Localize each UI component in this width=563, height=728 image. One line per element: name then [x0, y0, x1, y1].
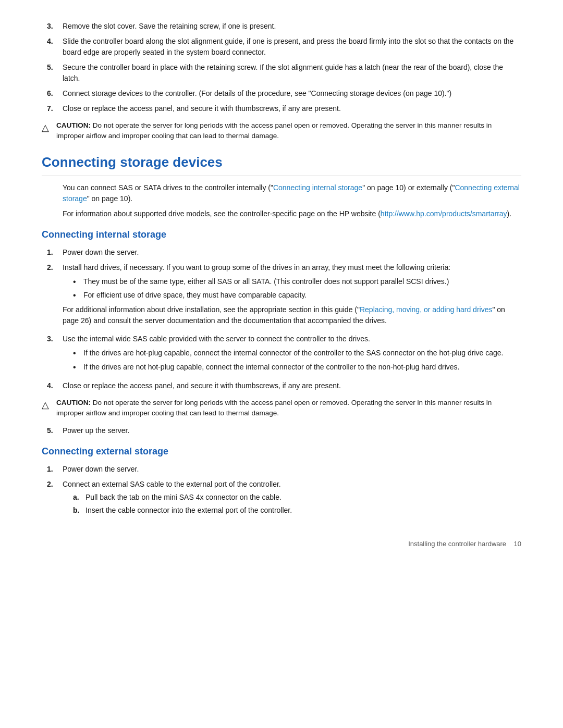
bullet-list-drives: If the drives are hot-plug capable, conn… — [73, 348, 521, 373]
step-number: 4. — [47, 36, 63, 58]
step-content: Install hard drives, if necessary. If yo… — [63, 262, 521, 330]
caution-text: CAUTION: Do not operate the server for l… — [56, 120, 521, 142]
top-numbered-list: 3. Remove the slot cover. Save the retai… — [42, 21, 521, 114]
footer-text: Installing the controller hardware — [408, 540, 506, 548]
step-content: Use the internal wide SAS cable provided… — [63, 334, 521, 376]
list-item: 1. Power down the server. — [42, 247, 521, 258]
list-item: 2. Install hard drives, if necessary. If… — [42, 262, 521, 330]
bullet-item: If the drives are not hot-plug capable, … — [73, 362, 521, 373]
bullet-list-criteria: They must be of the same type, either al… — [73, 276, 521, 302]
alpha-label: a. — [73, 492, 85, 503]
list-item: 7. Close or replace the access panel, an… — [42, 103, 521, 114]
intro-paragraph-1: You can connect SAS or SATA drives to th… — [63, 182, 521, 204]
sub-heading-external-storage: Connecting external storage — [42, 445, 521, 459]
caution-body: Do not operate the server for long perio… — [56, 399, 492, 417]
caution-box-internal: △ CAUTION: Do not operate the server for… — [42, 398, 521, 419]
step-text: Connect storage devices to the controlle… — [63, 88, 521, 99]
list-item: 6. Connect storage devices to the contro… — [42, 88, 521, 99]
bullet-item: They must be of the same type, either al… — [73, 276, 521, 288]
sub-step-text: Insert the cable connector into the exte… — [85, 505, 292, 516]
step-text: Power down the server. — [63, 464, 521, 475]
list-item: 1. Power down the server. — [42, 464, 521, 475]
step-text: Use the internal wide SAS cable provided… — [63, 335, 370, 343]
step-text: Remove the slot cover. Save the retainin… — [63, 21, 521, 32]
caution-box: △ CAUTION: Do not operate the server for… — [42, 120, 521, 142]
caution-icon: △ — [42, 121, 53, 135]
list-item: 3. Use the internal wide SAS cable provi… — [42, 334, 521, 376]
step-number: 6. — [47, 88, 63, 99]
step-number: 3. — [47, 334, 63, 376]
bullet-item: For efficient use of drive space, they m… — [73, 290, 521, 301]
step-text: Secure the controller board in place wit… — [63, 62, 521, 84]
link-replacing-drives[interactable]: Replacing, moving, or adding hard drives — [360, 305, 492, 314]
bullet-text: For efficient use of drive space, they m… — [83, 290, 307, 301]
intro2-after: ). — [507, 209, 512, 218]
step-number: 5. — [47, 425, 63, 436]
intro1-after: " on page 10). — [87, 194, 132, 203]
list-item: 4. Close or replace the access panel, an… — [42, 380, 521, 391]
bullet-text: They must be of the same type, either al… — [83, 276, 449, 288]
intro2-before: For information about supported drive mo… — [63, 209, 381, 218]
step-text: Power up the server. — [63, 425, 521, 436]
middle-before: For additional information about drive i… — [63, 305, 360, 314]
step-content: Connect an external SAS cable to the ext… — [63, 479, 521, 518]
sub-step-a: a. Pull back the tab on the mini SAS 4x … — [73, 492, 521, 503]
internal-step5-list: 5. Power up the server. — [42, 425, 521, 436]
list-item: 2. Connect an external SAS cable to the … — [42, 479, 521, 518]
step-number: 1. — [47, 247, 63, 258]
caution-text: CAUTION: Do not operate the server for l… — [56, 398, 521, 419]
caution-body: Do not operate the server for long perio… — [56, 121, 492, 140]
list-item: 4. Slide the controller board along the … — [42, 36, 521, 58]
footer-page: 10 — [514, 540, 521, 548]
list-item: 3. Remove the slot cover. Save the retai… — [42, 21, 521, 32]
step-number: 1. — [47, 464, 63, 475]
sub-heading-internal-storage: Connecting internal storage — [42, 228, 521, 242]
step-text: Connect an external SAS cable to the ext… — [63, 480, 281, 488]
step-text: Slide the controller board along the slo… — [63, 36, 521, 58]
step-number: 2. — [47, 262, 63, 330]
caution-label: CAUTION: — [56, 399, 91, 406]
alpha-sub-list: a. Pull back the tab on the mini SAS 4x … — [73, 492, 521, 516]
external-storage-list: 1. Power down the server. 2. Connect an … — [42, 464, 521, 518]
step-number: 2. — [47, 479, 63, 518]
link-hp-website[interactable]: http://www.hp.com/products/smartarray — [381, 209, 507, 218]
intro1-before: You can connect SAS or SATA drives to th… — [63, 183, 273, 192]
sub-step-b: b. Insert the cable connector into the e… — [73, 505, 521, 516]
section-heading-connecting-storage: Connecting storage devices — [42, 152, 521, 176]
caution-icon: △ — [42, 398, 53, 412]
alpha-label: b. — [73, 505, 85, 516]
list-item: 5. Secure the controller board in place … — [42, 62, 521, 84]
bullet-item: If the drives are hot-plug capable, conn… — [73, 348, 521, 359]
step-text: Close or replace the access panel, and s… — [63, 380, 521, 391]
caution-label: CAUTION: — [56, 121, 91, 129]
middle-para: For additional information about drive i… — [63, 304, 521, 326]
list-item: 5. Power up the server. — [42, 425, 521, 436]
step-text: Install hard drives, if necessary. If yo… — [63, 263, 450, 272]
sub-step-text: Pull back the tab on the mini SAS 4x con… — [85, 492, 282, 503]
step-number: 3. — [47, 21, 63, 32]
page-footer: Installing the controller hardware 10 — [42, 539, 521, 549]
intro1-mid: " on page 10) or externally (" — [362, 183, 455, 192]
step-number: 5. — [47, 62, 63, 84]
step-number: 7. — [47, 103, 63, 114]
link-connecting-internal[interactable]: Connecting internal storage — [273, 183, 362, 192]
step-number: 4. — [47, 380, 63, 391]
page-content: 3. Remove the slot cover. Save the retai… — [42, 21, 521, 549]
internal-storage-list: 1. Power down the server. 2. Install har… — [42, 247, 521, 392]
bullet-text: If the drives are not hot-plug capable, … — [83, 362, 459, 373]
bullet-text: If the drives are hot-plug capable, conn… — [83, 348, 504, 359]
intro-paragraph-2: For information about supported drive mo… — [63, 208, 521, 219]
step-text: Power down the server. — [63, 247, 521, 258]
step-text: Close or replace the access panel, and s… — [63, 103, 521, 114]
